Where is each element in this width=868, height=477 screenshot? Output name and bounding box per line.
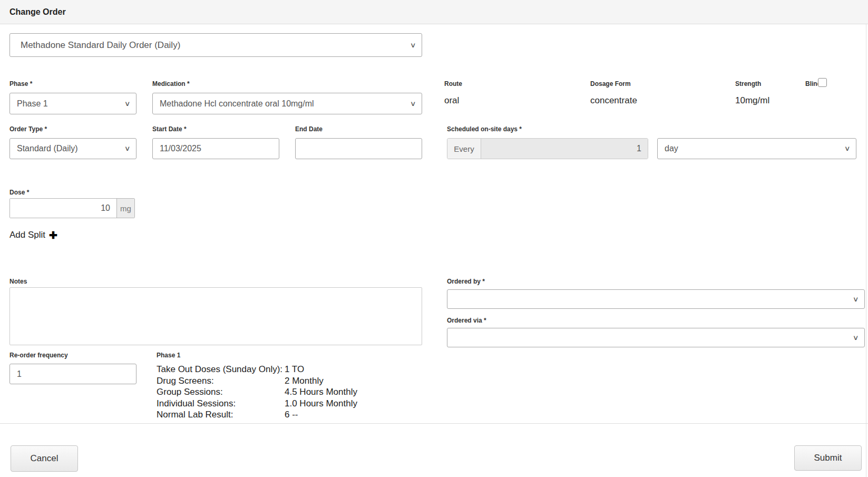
notes-textarea[interactable] [9, 287, 422, 345]
dose-unit: mg [116, 199, 134, 218]
ordered-by-label: Ordered by * [447, 278, 485, 285]
notes-label: Notes [9, 278, 27, 285]
phase-info-row-value: 4.5 Hours Monthly [285, 386, 357, 398]
phase-info-row-label: Normal Lab Result: [157, 409, 285, 421]
scheduled-days-prefix: Every [447, 139, 481, 159]
order-type-label: Order Type * [9, 125, 47, 133]
phase-select[interactable]: Phase 1 ∨ [9, 93, 136, 114]
phase-info-row: Take Out Doses (Sunday Only): 1 TO [157, 364, 357, 375]
phase-info-row-label: Drug Screens: [157, 375, 285, 387]
scheduled-days-unit-value: day [665, 144, 678, 153]
submit-button[interactable]: Submit [794, 445, 862, 471]
route-label: Route [444, 80, 462, 87]
phase-info-row: Group Sessions: 4.5 Hours Monthly [157, 386, 357, 398]
scheduled-days-unit-select[interactable]: day ∨ [657, 138, 856, 159]
chevron-down-icon: ∨ [124, 144, 131, 152]
dose-input[interactable] [10, 199, 116, 218]
footer-divider [0, 423, 868, 424]
phase-value: Phase 1 [17, 99, 48, 109]
strength-value: 10mg/ml [735, 95, 769, 106]
dose-group: mg [9, 198, 135, 218]
reorder-frequency-label: Re-order frequency [9, 352, 68, 359]
phase-info-row-value: 1 TO [285, 364, 304, 375]
start-date-input[interactable] [152, 138, 279, 159]
reorder-frequency-input[interactable] [9, 364, 136, 384]
plus-icon: ✚ [49, 230, 57, 240]
order-type-select[interactable]: Standard (Daily) ∨ [9, 138, 136, 159]
add-split-label: Add Split [9, 230, 45, 240]
phase-info-row-label: Group Sessions: [157, 386, 285, 398]
end-date-input[interactable] [295, 138, 422, 159]
header-bar: Change Order [0, 0, 868, 24]
blind-checkbox[interactable] [818, 78, 827, 87]
phase-info-row: Normal Lab Result: 6 -- [157, 409, 357, 421]
ordered-via-label: Ordered via * [447, 317, 486, 324]
phase-info-row: Individual Sessions: 1.0 Hours Monthly [157, 398, 357, 410]
end-date-label: End Date [295, 125, 323, 133]
phase-info-row-value: 6 -- [285, 409, 298, 421]
dosage-form-label: Dosage Form [590, 80, 631, 87]
phase-info-row-label: Individual Sessions: [157, 398, 285, 410]
phase-info-list: Take Out Doses (Sunday Only): 1 TO Drug … [157, 364, 357, 421]
phase-info-row-label: Take Out Doses (Sunday Only): [157, 364, 285, 375]
start-date-label: Start Date * [152, 125, 187, 133]
scheduled-days-label: Scheduled on-site days * [447, 125, 522, 133]
route-value: oral [444, 95, 459, 106]
strength-label: Strength [735, 80, 761, 87]
chevron-down-icon: ∨ [410, 41, 416, 48]
chevron-down-icon: ∨ [124, 99, 131, 107]
cancel-button[interactable]: Cancel [11, 445, 78, 472]
chevron-down-icon: ∨ [410, 99, 416, 107]
order-template-select[interactable]: Methadone Standard Daily Order (Daily) ∨ [9, 33, 422, 57]
dosage-form-value: concentrate [590, 95, 637, 106]
ordered-via-select[interactable]: ∨ [447, 328, 865, 347]
change-order-page: Change Order Methadone Standard Daily Or… [0, 0, 868, 477]
scheduled-days-input [481, 139, 648, 159]
medication-select[interactable]: Methadone Hcl concentrate oral 10mg/ml ∨ [152, 93, 422, 114]
phase-info-row-value: 1.0 Hours Monthly [285, 398, 357, 410]
page-title: Change Order [9, 0, 66, 24]
chevron-down-icon: ∨ [844, 144, 851, 152]
page-right-border [866, 24, 866, 477]
phase-info-row-value: 2 Monthly [285, 375, 324, 387]
scheduled-days-group: Every [447, 138, 648, 159]
phase-info-row: Drug Screens: 2 Monthly [157, 375, 357, 387]
ordered-by-select[interactable]: ∨ [447, 289, 865, 309]
phase-info-title: Phase 1 [157, 352, 180, 359]
medication-value: Methadone Hcl concentrate oral 10mg/ml [160, 99, 314, 109]
order-type-value: Standard (Daily) [17, 144, 78, 153]
medication-label: Medication * [152, 80, 190, 87]
dose-label: Dose * [9, 189, 29, 196]
add-split-button[interactable]: Add Split ✚ [9, 230, 57, 240]
chevron-down-icon: ∨ [853, 333, 859, 341]
phase-label: Phase * [9, 80, 32, 87]
chevron-down-icon: ∨ [853, 295, 859, 303]
order-template-value: Methadone Standard Daily Order (Daily) [21, 40, 180, 51]
